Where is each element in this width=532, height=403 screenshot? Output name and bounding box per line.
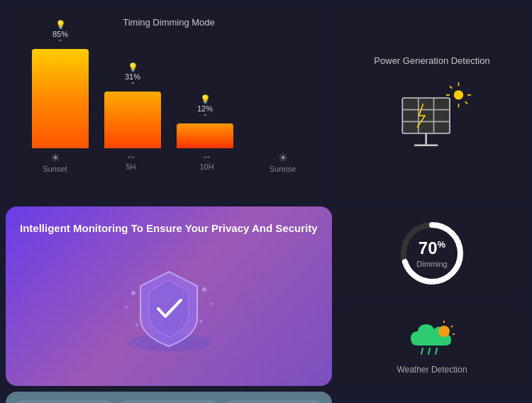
timing-dimming-card: Timing Dimming Mode 💡 85% ⌃ 💡 31% ⌃ 💡 12…	[6, 6, 332, 201]
dimming-card: 70% Dimming	[338, 206, 526, 300]
bulb-icon-3: 💡	[200, 94, 211, 104]
weather-detection-label: Weather Detection	[397, 365, 467, 375]
security-card: Intelligent Monitoring To Ensure Your Pr…	[6, 206, 332, 386]
bar-percent-2: 31%	[125, 72, 140, 81]
time-axis: ☀ Sunset ↔ 5H ↔ 10H ☀ Sunrise	[17, 151, 321, 173]
bar-1	[32, 49, 89, 148]
svg-point-20	[199, 320, 202, 323]
bar-group-sunrise: 💡0%	[241, 128, 314, 148]
percent-symbol: %	[438, 239, 446, 250]
svg-point-15	[131, 291, 135, 295]
svg-line-27	[421, 348, 423, 354]
bar-percent-1: 85%	[52, 30, 68, 38]
5h-icon: ↔	[126, 151, 136, 162]
10h-icon: ↔	[202, 151, 212, 162]
weather-cloud-icon	[407, 317, 457, 359]
sunset-icon: ☀	[50, 151, 60, 165]
bar-2	[104, 92, 161, 148]
dimming-sublabel: Dimming	[416, 260, 447, 268]
sunset-label: Sunset	[43, 165, 67, 173]
svg-line-29	[436, 348, 437, 354]
feature-weather[interactable]: Weather	[119, 400, 218, 403]
sunrise-icon: ☀	[278, 151, 288, 165]
axis-10h: ↔ 10H	[169, 151, 245, 173]
bar-group-5h: 💡 31% ⌃	[96, 62, 169, 148]
weather-detection-card: Weather Detection	[338, 306, 526, 386]
feature-timing[interactable]: Timing	[14, 400, 113, 403]
svg-rect-0	[402, 98, 450, 133]
shield-svg	[112, 258, 226, 357]
middle-column: 70% Dimming Weather Detection	[338, 206, 526, 386]
donut-percent: 70%	[416, 238, 447, 258]
features-grid: Timing Weather Sre-Mesh	[6, 392, 332, 403]
sunrise-label: Sunrise	[270, 165, 296, 173]
svg-point-23	[438, 326, 450, 337]
donut-container: 70% Dimming	[397, 218, 467, 289]
svg-point-18	[210, 302, 213, 305]
security-title: Intelligent Monitoring To Ensure Your Pr…	[20, 221, 318, 236]
axis-sunrise: ☀ Sunrise	[245, 151, 321, 173]
bulb-icon-2: 💡	[128, 62, 138, 72]
svg-point-16	[125, 306, 128, 309]
svg-point-7	[454, 90, 463, 99]
power-card-title: Power Generation Detection	[374, 55, 489, 66]
bar-group-10h: 💡 12% ⌃	[169, 94, 241, 148]
svg-point-17	[202, 287, 206, 292]
chevron-3: ⌃	[202, 113, 208, 121]
bar-3	[177, 123, 233, 148]
svg-line-12	[450, 86, 452, 88]
donut-label: 70% Dimming	[416, 238, 447, 268]
svg-line-28	[428, 348, 430, 354]
feature-sre-mesh[interactable]: Sre-Mesh	[224, 400, 323, 403]
axis-sunset: ☀ Sunset	[17, 151, 93, 173]
bar-chart: 💡 85% ⌃ 💡 31% ⌃ 💡 12% ⌃	[17, 35, 321, 148]
svg-line-13	[465, 101, 467, 104]
chevron-2: ⌃	[130, 81, 135, 89]
cloud-svg	[407, 317, 457, 356]
power-generation-card: Power Generation Detection	[338, 6, 526, 201]
bar-percent-3: 12%	[197, 104, 213, 113]
solar-panel-svg	[389, 80, 475, 151]
10h-label: 10H	[199, 162, 214, 171]
bar-group-sunset: 💡 85% ⌃	[24, 20, 96, 148]
shield-container	[20, 243, 318, 372]
chevron-1: ⌃	[57, 38, 63, 46]
svg-line-25	[451, 326, 453, 327]
svg-point-19	[135, 324, 138, 326]
bulb-icon-1: 💡	[55, 20, 66, 30]
percent-value: 70	[419, 238, 438, 258]
axis-5h: ↔ 5H	[93, 151, 169, 173]
5h-label: 5H	[126, 162, 135, 171]
